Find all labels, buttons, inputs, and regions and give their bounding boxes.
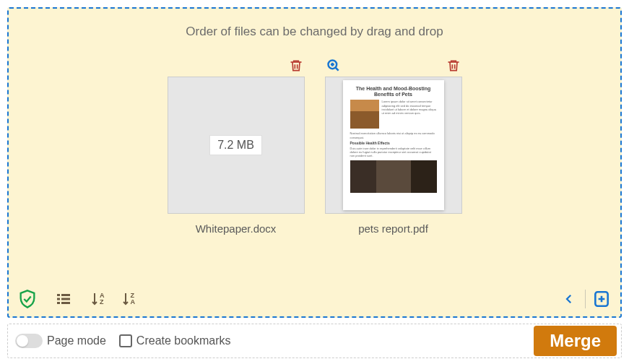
sort-letters: A Z bbox=[100, 292, 105, 306]
file-name: pets report.pdf bbox=[358, 222, 428, 235]
file-actions bbox=[325, 56, 462, 75]
options-bar: Page mode Create bookmarks Merge bbox=[7, 324, 622, 358]
toolbar-right bbox=[559, 289, 612, 309]
trash-icon bbox=[289, 58, 303, 73]
instruction-text: Order of files can be changed by drag an… bbox=[16, 25, 613, 39]
security-button[interactable] bbox=[17, 289, 38, 309]
pdf-preview-page: The Health and Mood-Boosting Benefits of… bbox=[343, 80, 444, 210]
shield-check-icon bbox=[17, 289, 38, 309]
svg-rect-5 bbox=[57, 302, 60, 304]
delete-button[interactable] bbox=[445, 57, 462, 74]
preview-image bbox=[350, 100, 379, 129]
create-bookmarks-label: Create bookmarks bbox=[136, 334, 231, 347]
file-actions bbox=[168, 56, 305, 75]
file-plus-icon bbox=[592, 290, 611, 308]
zoom-button[interactable] bbox=[325, 57, 342, 74]
create-bookmarks-checkbox[interactable] bbox=[119, 334, 132, 347]
arrow-down-icon bbox=[121, 292, 131, 306]
preview-text: Lorem ipsum dolor sit amet consectetur a… bbox=[382, 100, 437, 129]
svg-rect-4 bbox=[61, 298, 70, 300]
svg-rect-3 bbox=[57, 298, 60, 300]
files-row: 7.2 MB Whitepaper.docx The Health and Mo… bbox=[16, 56, 613, 235]
page-mode-label: Page mode bbox=[47, 334, 106, 347]
preview-title: The Health and Mood-Boosting Benefits of… bbox=[350, 86, 437, 97]
sort-letters: Z A bbox=[131, 292, 136, 306]
delete-button[interactable] bbox=[287, 57, 305, 74]
zoom-in-icon bbox=[326, 58, 341, 73]
file-dropzone[interactable]: Order of files can be changed by drag an… bbox=[7, 7, 622, 318]
options-left: Page mode Create bookmarks bbox=[15, 334, 231, 348]
file-size-badge: 7.2 MB bbox=[209, 135, 262, 155]
svg-rect-6 bbox=[61, 302, 70, 304]
merge-button[interactable]: Merge bbox=[534, 326, 617, 356]
create-bookmarks-option: Create bookmarks bbox=[119, 334, 231, 347]
file-thumbnail[interactable]: The Health and Mood-Boosting Benefits of… bbox=[325, 77, 462, 214]
page-mode-option: Page mode bbox=[15, 334, 106, 348]
preview-text: Duis aute irure dolor in reprehenderit v… bbox=[350, 147, 437, 158]
sort-za-button[interactable]: Z A bbox=[121, 292, 136, 306]
divider bbox=[585, 290, 586, 308]
dropzone-toolbar: A Z Z A bbox=[17, 289, 612, 309]
prev-button[interactable] bbox=[559, 289, 579, 309]
list-icon bbox=[55, 290, 72, 308]
sort-az-button[interactable]: A Z bbox=[90, 292, 105, 306]
arrow-down-icon bbox=[90, 292, 100, 306]
preview-text: Nostrud exercitation ullamco laboris nis… bbox=[350, 131, 437, 139]
file-card[interactable]: The Health and Mood-Boosting Benefits of… bbox=[325, 56, 462, 235]
file-card[interactable]: 7.2 MB Whitepaper.docx bbox=[168, 56, 305, 235]
list-view-button[interactable] bbox=[53, 289, 74, 309]
svg-rect-1 bbox=[57, 294, 60, 296]
preview-heading: Possible Health Effects bbox=[350, 141, 437, 145]
chevron-left-icon bbox=[563, 292, 576, 306]
preview-image bbox=[350, 160, 437, 193]
svg-rect-2 bbox=[61, 294, 70, 296]
toolbar-left: A Z Z A bbox=[17, 289, 135, 309]
page-mode-toggle[interactable] bbox=[15, 334, 43, 348]
trash-icon bbox=[446, 58, 461, 73]
file-thumbnail[interactable]: 7.2 MB bbox=[168, 77, 305, 214]
file-name: Whitepaper.docx bbox=[196, 222, 277, 235]
add-file-button[interactable] bbox=[591, 289, 612, 309]
